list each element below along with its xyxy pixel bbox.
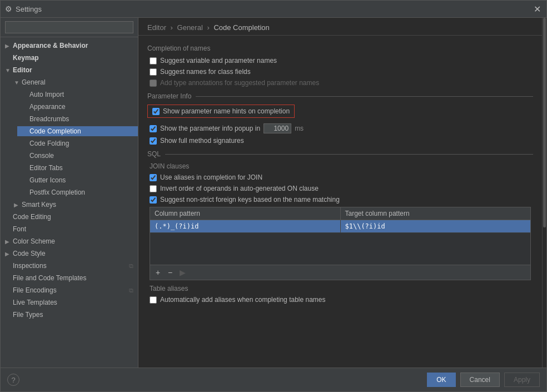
invert-order-checkbox[interactable] [150,185,157,192]
invert-order-label[interactable]: Invert order of operands in auto-generat… [160,185,319,192]
auto-add-aliases-checkbox[interactable] [150,296,157,304]
remove-row-button[interactable]: − [165,267,176,278]
tree-item[interactable]: Console [1,150,138,162]
bottom-buttons: OK Cancel Apply [427,373,540,387]
tree-item[interactable]: Keymap [1,52,138,64]
sidebar-item-code-completion[interactable]: Code Completion [17,126,138,136]
tree-item[interactable]: ▶ Smart Keys [1,199,138,211]
apply-button[interactable]: Apply [504,373,540,387]
tree-item[interactable]: File Types [1,309,138,321]
sidebar-item-postfix-completion[interactable]: Postfix Completion [17,187,138,197]
sidebar-item-file-encodings[interactable]: File Encodings ⧉ [1,285,138,295]
sidebar-item-file-code-templates[interactable]: File and Code Templates [1,273,138,283]
suggest-var-param-checkbox[interactable] [150,57,157,64]
use-aliases-row: Use aliases in completion for JOIN [150,173,533,181]
show-hints-checkbox[interactable] [152,108,160,115]
tree-item[interactable]: File and Code Templates [1,272,138,284]
show-hints-label[interactable]: Show parameter name hints on completion [163,107,290,115]
sidebar-item-code-editing[interactable]: Code Editing [1,212,138,222]
sidebar-item-auto-import[interactable]: Auto Import [17,90,138,100]
close-button[interactable]: ✕ [532,4,542,14]
tree-item[interactable]: Font [1,223,138,235]
suggest-foreign-checkbox[interactable] [150,196,157,204]
sidebar-item-appearance-behavior[interactable]: ▶ Appearance & Behavior [1,41,138,51]
main-content: ▶ Appearance & Behavior Keymap ▼ Editor [1,18,546,368]
suggest-class-fields-checkbox[interactable] [150,68,157,76]
tree-item[interactable]: Gutter Icons [1,174,138,186]
popup-checkbox[interactable] [150,125,157,132]
sidebar-item-editor-tabs[interactable]: Editor Tabs [17,163,138,173]
tree-item[interactable]: Editor Tabs [1,162,138,174]
tree-item[interactable]: Code Editing [1,211,138,223]
table-row[interactable]: (.*)_(?i)id $1\\(?i)id [150,220,530,233]
auto-add-aliases-label[interactable]: Automatically add aliases when completin… [160,296,326,304]
tree-item[interactable]: Auto Import [1,88,138,101]
sidebar-label: Editor [13,66,32,74]
tree-item[interactable]: Live Templates [1,296,138,309]
tree: ▶ Appearance & Behavior Keymap ▼ Editor [1,37,138,368]
sidebar-item-live-templates[interactable]: Live Templates [1,297,138,307]
use-aliases-checkbox[interactable] [150,174,157,181]
sidebar-item-keymap[interactable]: Keymap [1,53,138,63]
sidebar-label: Code Editing [13,213,51,221]
popup-value-input[interactable] [263,123,291,133]
sidebar-item-smart-keys[interactable]: ▶ Smart Keys [9,200,138,210]
search-input[interactable] [5,21,133,33]
sidebar-item-file-types[interactable]: File Types [1,310,138,320]
sidebar-item-general[interactable]: ▼ General [9,77,138,87]
ok-button[interactable]: OK [427,373,455,387]
scrollbar-thumb[interactable] [543,18,546,227]
tree-item[interactable]: ▼ Editor [1,64,138,76]
copy-icon: ⧉ [129,287,133,294]
move-row-button[interactable]: ▶ [177,267,188,278]
sidebar-item-console[interactable]: Console [17,151,138,161]
sidebar-item-color-scheme[interactable]: ▶ Color Scheme [1,236,138,246]
sidebar-label: Code Completion [29,127,81,135]
sidebar-item-appearance[interactable]: Appearance [17,102,138,112]
tree-item[interactable]: ▶ Color Scheme [1,235,138,247]
tree-item[interactable]: Appearance [1,101,138,113]
add-row-button[interactable]: + [152,267,163,278]
sidebar-item-font[interactable]: Font [1,224,138,234]
suggest-var-param-label[interactable]: Suggest variable and parameter names [160,57,277,64]
table-toolbar: + − ▶ [150,265,530,280]
popup-label[interactable]: Show the parameter info popup in [160,125,260,132]
suggest-foreign-label[interactable]: Suggest non-strict foreign keys based on… [160,196,340,204]
table-aliases-title: Table aliases [150,285,533,292]
tree-item[interactable]: Code Completion [1,125,138,137]
tree-item[interactable]: File Encodings ⧉ [1,284,138,296]
sidebar-item-inspections[interactable]: Inspections ⧉ [1,261,138,271]
sidebar-label: Smart Keys [22,201,56,209]
settings-window: ⚙ Settings ✕ ▶ Appearance & Behavior [0,0,547,392]
sidebar-item-code-style[interactable]: ▶ Code Style [1,249,138,259]
sidebar-item-gutter-icons[interactable]: Gutter Icons [17,175,138,185]
cancel-button[interactable]: Cancel [460,373,500,387]
tree-item[interactable]: ▼ General [1,76,138,88]
sidebar-item-editor[interactable]: ▼ Editor [1,65,138,75]
tree-item[interactable]: ▶ Appearance & Behavior [1,39,138,52]
full-signatures-label[interactable]: Show full method signatures [160,137,244,145]
use-aliases-label[interactable]: Use aliases in completion for JOIN [160,173,262,181]
tree-item[interactable]: ▶ Code Style [1,247,138,260]
parameter-info-divider: Parameter Info [147,92,533,100]
tree-item[interactable]: Breadcrumbs [1,113,138,125]
sidebar-label: Postfix Completion [29,188,85,196]
sidebar-label: Breadcrumbs [29,115,69,123]
full-signatures-checkbox[interactable] [150,137,157,145]
sidebar-label: Inspections [13,262,47,270]
scrollbar[interactable] [542,18,546,368]
bottom-bar: ? OK Cancel Apply [1,368,546,391]
help-icon: ? [11,376,15,384]
suggest-class-fields-label[interactable]: Suggest names for class fields [160,68,251,76]
sidebar-item-breadcrumbs[interactable]: Breadcrumbs [17,114,138,124]
tree-item[interactable]: Inspections ⧉ [1,260,138,272]
help-button[interactable]: ? [7,374,19,386]
tree-item[interactable]: Code Folding [1,137,138,150]
sidebar-item-code-folding[interactable]: Code Folding [17,138,138,148]
arrow-icon: ▶ [14,202,22,208]
sidebar-label: Color Scheme [13,237,55,245]
sidebar-label: Gutter Icons [29,176,66,184]
breadcrumb: Editor › General › Code Completion [138,18,542,36]
tree-item[interactable]: Postfix Completion [1,186,138,199]
add-type-annotations-checkbox[interactable] [150,80,157,87]
